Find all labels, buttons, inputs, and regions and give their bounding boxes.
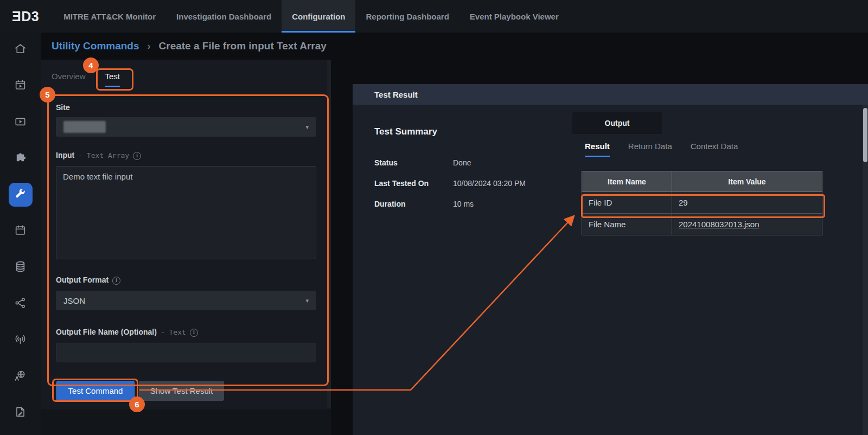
chevron-right-icon: › [148, 41, 151, 52]
output-file-name-label-text: Output File Name (Optional) [56, 328, 157, 336]
file-name-link[interactable]: 20241008032013.json [679, 220, 759, 229]
sidebar-item-event-monitor[interactable] [9, 74, 33, 98]
table-header-row: Item Name Item Value [582, 171, 822, 192]
sidebar-icon-rail [0, 33, 41, 435]
chevron-down-icon [305, 297, 309, 304]
tab-test[interactable]: Test [105, 72, 120, 87]
file-id-value-cell: 29 [672, 192, 822, 214]
calendar-icon [14, 224, 27, 239]
video-library-icon [14, 115, 27, 130]
nav-reporting-dashboard[interactable]: Reporting Dashboard [355, 0, 459, 33]
table-row-file-name: File Name 20241008032013.json [582, 214, 822, 235]
sidebar-item-home[interactable] [9, 37, 33, 61]
output-file-name-label: Output File Name (Optional)- Text [56, 328, 198, 337]
summary-row-last-tested: Last Tested On 10/08/2024 03:20 PM [374, 179, 526, 188]
event-monitor-icon [14, 79, 27, 93]
info-icon[interactable] [112, 277, 120, 285]
page-title: Create a File from input Text Array [159, 40, 327, 52]
sidebar-item-schedule[interactable] [9, 219, 33, 243]
duration-label: Duration [374, 200, 453, 208]
result-panel-scroll-track[interactable] [863, 105, 868, 435]
wrench-icon [14, 188, 27, 202]
site-select[interactable] [56, 117, 316, 137]
tab-overview[interactable]: Overview [52, 72, 86, 87]
sidebar-item-broadcast[interactable] [9, 328, 33, 352]
left-panel-scrollbar[interactable] [327, 60, 331, 435]
top-nav: MITRE ATT&CK Monitor Investigation Dashb… [53, 0, 569, 33]
chevron-down-icon [305, 124, 309, 131]
status-value: Done [453, 158, 471, 167]
output-format-select[interactable]: JSON [56, 291, 316, 310]
output-format-label-text: Output Format [56, 276, 108, 284]
output-file-name-input[interactable] [56, 343, 316, 362]
screen: ƎD3 MITRE ATT&CK Monitor Investigation D… [0, 0, 868, 435]
broadcast-icon [14, 333, 27, 348]
last-tested-label: Last Tested On [374, 179, 453, 188]
sidebar-item-database[interactable] [9, 255, 33, 279]
test-result-panel: Test Result Test Summary Status Done Las… [353, 84, 868, 435]
sidebar-item-connections[interactable] [9, 292, 33, 316]
command-test-panel: Overview Test Site Input- Text Array Dem… [41, 60, 331, 435]
info-icon[interactable] [133, 152, 141, 160]
summary-row-status: Status Done [374, 158, 471, 167]
d3-logo: ƎD3 [12, 9, 39, 24]
panel-footer [41, 408, 331, 435]
input-label-text: Input [56, 151, 74, 159]
output-format-label: Output Format [56, 276, 120, 285]
test-summary-heading: Test Summary [374, 126, 437, 137]
result-table: Item Name Item Value File ID 29 File Nam… [582, 171, 822, 235]
site-value-redacted [63, 121, 106, 133]
tab-output[interactable]: Output [572, 112, 662, 134]
test-result-title: Test Result [374, 90, 418, 99]
col-item-name: Item Name [582, 171, 672, 192]
sidebar-item-utility-tools[interactable] [9, 183, 33, 207]
panel-tabs: Overview Test [52, 72, 120, 87]
show-test-result-button[interactable]: Show Test Result [139, 381, 224, 401]
output-file-name-type-hint: - Text [161, 328, 186, 336]
nav-configuration[interactable]: Configuration [282, 0, 355, 33]
input-type-hint: - Text Array [78, 151, 129, 159]
breadcrumb: Utility Commands › Create a File from in… [0, 33, 868, 60]
info-icon[interactable] [190, 329, 198, 337]
puzzle-icon [14, 151, 27, 166]
col-item-value: Item Value [672, 171, 822, 192]
output-subtabs: Result Return Data Context Data [585, 142, 738, 157]
file-id-name-cell: File ID [582, 192, 672, 214]
status-label: Status [374, 158, 453, 167]
sidebar-item-audit-log[interactable] [9, 401, 33, 425]
output-format-value: JSON [63, 296, 85, 305]
nav-investigation-dashboard[interactable]: Investigation Dashboard [166, 0, 282, 33]
summary-row-duration: Duration 10 ms [374, 200, 474, 208]
globe-user-icon [14, 369, 27, 384]
annotation-badge-4: 4 [83, 57, 99, 73]
file-name-name-cell: File Name [582, 214, 672, 235]
test-result-header: Test Result [353, 84, 868, 105]
share-nodes-icon [14, 297, 27, 311]
home-icon [14, 42, 27, 57]
nav-mitre-attack-monitor[interactable]: MITRE ATT&CK Monitor [53, 0, 166, 33]
file-name-value-cell: 20241008032013.json [672, 214, 822, 235]
document-pen-icon [14, 406, 27, 420]
sidebar-item-integrations[interactable] [9, 146, 33, 170]
top-navigation-bar: ƎD3 MITRE ATT&CK Monitor Investigation D… [0, 0, 868, 33]
annotation-badge-5: 5 [40, 87, 55, 103]
database-icon [14, 260, 27, 275]
breadcrumb-utility-commands[interactable]: Utility Commands [52, 40, 139, 52]
last-tested-value: 10/08/2024 03:20 PM [453, 179, 526, 188]
tab-result[interactable]: Result [585, 142, 610, 157]
input-label: Input- Text Array [56, 151, 141, 160]
tab-context-data[interactable]: Context Data [691, 142, 738, 157]
duration-value: 10 ms [453, 200, 474, 208]
nav-event-playbook-viewer[interactable]: Event Playbook Viewer [459, 0, 569, 33]
result-panel-scroll-thumb[interactable] [863, 108, 867, 162]
input-textarea[interactable]: Demo text file input [56, 166, 316, 259]
annotation-badge-6: 6 [129, 396, 145, 412]
table-row-file-id: File ID 29 [582, 192, 822, 214]
test-command-button[interactable]: Test Command [56, 381, 135, 401]
sidebar-item-geo[interactable] [9, 364, 33, 388]
tab-return-data[interactable]: Return Data [628, 142, 672, 157]
site-label: Site [56, 103, 70, 112]
sidebar-item-video-library[interactable] [9, 110, 33, 134]
